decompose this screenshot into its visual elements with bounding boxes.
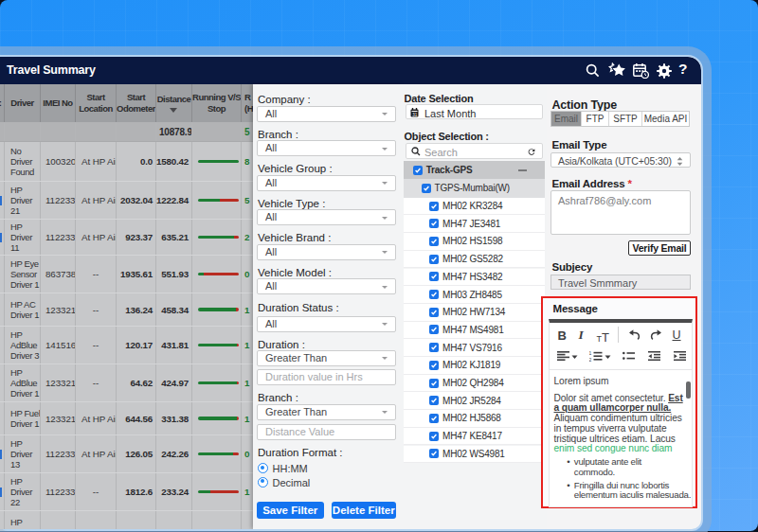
svg-text:1: 1 [589,351,592,356]
svg-text:2: 2 [589,356,592,362]
svg-text:31: 31 [412,113,418,117]
